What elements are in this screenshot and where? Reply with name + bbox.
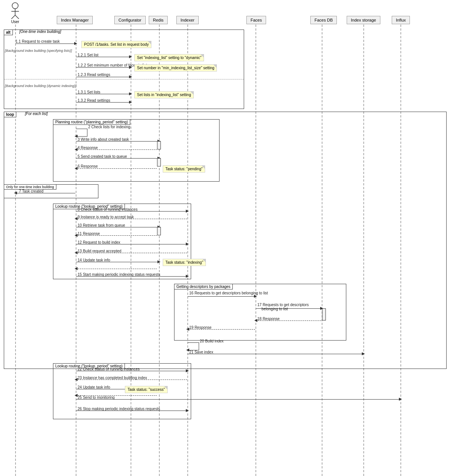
arrowhead-m13-left [75, 251, 78, 254]
arrow-m122 [76, 67, 130, 68]
loop-label: loop [4, 112, 16, 117]
arrowhead-m20 [186, 348, 189, 352]
arrowhead-m8 [186, 210, 189, 213]
arrowhead-m7-left [14, 191, 17, 194]
svg-point-0 [12, 3, 18, 9]
label-m16: 16 Requests to get descriptors belonging… [189, 291, 268, 295]
user-figure: User [8, 2, 23, 24]
label-m23: 23 Instance has completed building index [78, 376, 147, 380]
indexer-box: Indexer [176, 16, 199, 24]
arrow-m123 [76, 77, 130, 77]
label-m2: 2 Check lists for indexing [88, 125, 130, 129]
label-m18: 18 Response [257, 317, 280, 321]
user-label: User [8, 20, 23, 24]
activation-redis-m3 [157, 141, 161, 149]
one-time-label: Only for one-time index building [4, 184, 56, 190]
arrowhead-m16 [254, 295, 257, 298]
loop-condition: [For each list] [25, 112, 48, 116]
label-m9: 9 Instance is ready to accept task [78, 215, 134, 219]
label-m21: 21 Save index [189, 350, 213, 354]
label-m131: 1.3.1 Set lists [78, 90, 100, 94]
activation-redis-m5 [157, 158, 161, 166]
arrowhead-m12 [186, 243, 189, 246]
arrow-m14-back [76, 269, 157, 269]
arrowhead-m26 [186, 409, 189, 412]
alt-condition: [One-time index building] [19, 30, 61, 34]
arrow-m2-right [87, 129, 87, 136]
alt-label: alt [4, 30, 13, 35]
arrowhead-m23-left [75, 378, 78, 381]
note-m122: Set number in "min_indexing_list_size" s… [134, 64, 217, 72]
label-m20: 20 Build index [200, 339, 224, 343]
activation-facesdb-m17 [322, 308, 326, 320]
arrowhead-m9-left [75, 217, 78, 220]
activation-redis-m10 [157, 227, 161, 235]
index-manager-box: Index Manager [57, 16, 93, 24]
note-m14: Task status: "indexing" [163, 259, 206, 266]
influx-box: Influx [392, 16, 410, 24]
arrow-m2-bottom [76, 136, 87, 137]
arrowhead-m2 [75, 135, 78, 138]
configurator-box: Configurator [114, 16, 146, 24]
arrowhead-m24-back [75, 394, 78, 397]
bg-section-divider1 [4, 79, 244, 79]
arrow-m6 [76, 168, 157, 169]
arrowhead-m6-left [75, 167, 78, 170]
label-m5: 5 Send created task to queue [78, 154, 127, 159]
arrow-m20-top [188, 342, 199, 343]
arrow-m2-top [76, 129, 87, 129]
arrowhead-m14 [157, 260, 160, 263]
label-m12: 12 Request to build index [78, 240, 120, 244]
arrow-m11 [16, 44, 75, 44]
label-m15: 15 Start making periodic indexing status… [78, 272, 160, 277]
faces-db-box: Faces DB [310, 16, 337, 24]
arrowhead-m18-left [254, 319, 257, 322]
svg-line-4 [15, 15, 19, 19]
arrow-m25 [76, 399, 400, 400]
note-m131: Set lists in "indexing_list" setting [134, 91, 194, 98]
label-m6: 6 Response [78, 164, 98, 168]
arrow-m21 [188, 354, 363, 354]
note-m11: POST /1/tasks. Set list in request body [81, 41, 151, 48]
bg-section-1: [Background index building (specifying l… [5, 49, 72, 53]
arrowhead-m14-back [75, 267, 78, 270]
bg-section-2: [Background index building (dynamic inde… [5, 84, 76, 88]
note-m24: Task status: "success" [125, 386, 168, 393]
label-m24: 24 Update task info [78, 385, 110, 389]
label-m22: 22 Check status of running instances [78, 367, 140, 371]
svg-line-3 [11, 15, 15, 19]
label-m17: 17 Requests to get descriptors belonging… [257, 303, 309, 311]
faces-box: Faces [246, 16, 266, 24]
arrowhead-m11 [74, 42, 77, 45]
arrowhead-m21 [362, 352, 365, 355]
note-m6: Task status: "pending" [163, 165, 205, 173]
arrowhead-m11b-left [75, 234, 78, 237]
arrowhead-m121 [129, 55, 132, 58]
label-m19: 19 Response [189, 325, 212, 330]
arrowhead-m25 [399, 398, 402, 401]
label-m10: 10 Retrieve task from queue [78, 223, 125, 227]
getting-desc-label: Getting descriptors by packages [174, 284, 233, 289]
label-m11b: 11 Response [78, 232, 100, 236]
label-m4: 4 Response [78, 146, 98, 150]
index-storage-box: Index storage [347, 16, 380, 24]
label-m7: 7 Task created [19, 189, 44, 193]
label-m25: 25 Send to monitoring [78, 395, 115, 400]
one-time-frame: Only for one-time index building [4, 184, 98, 198]
label-m26: 26 Stop making periodic indexing status … [78, 407, 160, 411]
label-m11: 1.1 Request to create task [16, 39, 60, 44]
arrowhead-m131 [129, 92, 132, 95]
arrowhead-m132 [129, 101, 132, 104]
arrow-m20-right [199, 342, 199, 350]
arrowhead-m19-left [186, 328, 189, 331]
arrowhead-m4-left [75, 148, 78, 151]
sequence-diagram: User Index Manager Configurator Redis In… [0, 0, 450, 476]
arrow-m16 [188, 296, 255, 297]
redis-box: Redis [149, 16, 168, 24]
label-m123: 1.2.3 Read settings [78, 73, 110, 77]
label-m8: 8 Check status of running instances [78, 207, 137, 212]
arrowhead-m15 [186, 275, 189, 278]
label-m13: 13 Build request accepted [78, 249, 121, 253]
label-m132: 1.3.2 Read settings [78, 98, 110, 103]
planning-label: Planning routine ("planning_period" sett… [53, 119, 130, 125]
